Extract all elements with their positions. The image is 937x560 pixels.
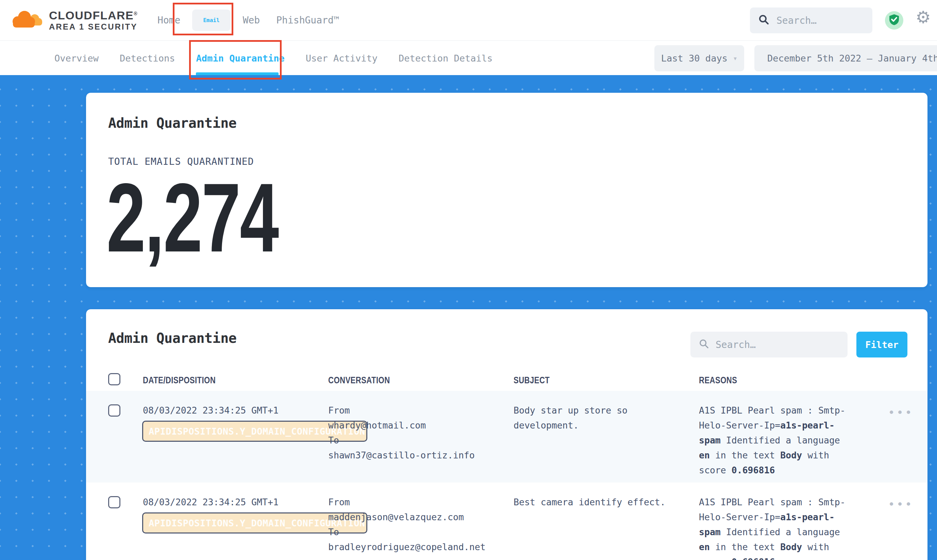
- row-checkbox[interactable]: [108, 496, 120, 508]
- search-icon: [699, 338, 710, 351]
- quarantine-table-card: Admin Quarantine Filter DATE/DISPOSITION…: [86, 309, 928, 560]
- nav-item-email[interactable]: Email: [192, 9, 230, 31]
- shield-check-icon: [889, 14, 900, 27]
- from-address: maddenjason@velazquez.com: [328, 510, 498, 525]
- from-address: whardy@hotmail.com: [328, 418, 498, 433]
- date-cell: 08/03/2022 23:34:25 GMT+1: [143, 495, 279, 510]
- reasons-cell: A1S IPBL Pearl spam : Smtp-Helo-Server-I…: [699, 403, 855, 478]
- global-search-input[interactable]: [776, 15, 864, 26]
- conversation-cell: From maddenjason@velazquez.com To bradle…: [328, 495, 498, 555]
- to-label: To: [328, 433, 498, 448]
- to-label: To: [328, 525, 498, 540]
- app-window: CLOUDFLARE® AREA 1 SECURITY Home Email W…: [0, 0, 937, 560]
- date-range-picker[interactable]: December 5th 2022 — January 4th 2023: [754, 45, 937, 71]
- column-header-subject: SUBJECT: [514, 375, 550, 386]
- search-icon: [758, 14, 770, 27]
- nav-item-web[interactable]: Web: [243, 15, 260, 26]
- table-row: 08/03/2022 23:34:25 GMT+1 APIDISPOSITION…: [86, 391, 928, 483]
- gear-icon[interactable]: ⚙: [915, 8, 931, 27]
- nav-item-phishguard[interactable]: PhishGuard™: [276, 15, 339, 26]
- subject-cell: Best camera identify effect.: [514, 495, 670, 510]
- table-header-row: DATE/DISPOSITION CONVERSATION SUBJECT RE…: [86, 371, 928, 391]
- tab-overview[interactable]: Overview: [54, 53, 99, 63]
- active-tab-indicator: [196, 72, 279, 75]
- to-address: bradleyrodriguez@copeland.net: [328, 540, 498, 555]
- reasons-cell: A1S IPBL Pearl spam : Smtp-Helo-Server-I…: [699, 495, 855, 560]
- filter-button[interactable]: Filter: [857, 332, 908, 357]
- conversation-cell: From whardy@hotmail.com To shawn37@casti…: [328, 403, 498, 463]
- row-checkbox[interactable]: [108, 405, 120, 417]
- table-row: 08/03/2022 23:34:25 GMT+1 APIDISPOSITION…: [86, 483, 928, 560]
- column-header-reasons: REASONS: [699, 375, 737, 386]
- row-actions-menu-icon[interactable]: •••: [888, 497, 914, 511]
- column-header-conversation: CONVERSATION: [328, 375, 390, 386]
- select-all-checkbox[interactable]: [108, 373, 120, 385]
- table-search-input[interactable]: [716, 339, 840, 350]
- column-header-date-disposition: DATE/DISPOSITION: [143, 375, 216, 386]
- tab-detection-details[interactable]: Detection Details: [398, 53, 492, 63]
- tab-admin-quarantine[interactable]: Admin Quarantine: [196, 53, 285, 63]
- brand-subtitle: AREA 1 SECURITY: [49, 22, 138, 31]
- cloudflare-logo[interactable]: CLOUDFLARE® AREA 1 SECURITY: [10, 9, 138, 32]
- row-actions-menu-icon[interactable]: •••: [888, 406, 914, 419]
- from-label: From: [328, 403, 498, 418]
- summary-card-title: Admin Quarantine: [108, 115, 236, 131]
- subject-cell: Body star up store so development.: [514, 403, 670, 433]
- registered-mark: ®: [134, 11, 138, 16]
- tab-detections[interactable]: Detections: [120, 53, 175, 63]
- global-search[interactable]: [750, 8, 872, 33]
- cloudflare-cloud-icon: [10, 9, 43, 32]
- top-navigation: CLOUDFLARE® AREA 1 SECURITY Home Email W…: [0, 0, 937, 41]
- chevron-down-icon: ▾: [733, 54, 737, 63]
- tab-user-activity[interactable]: User Activity: [306, 53, 378, 63]
- primary-nav: Home Email Web PhishGuard™: [157, 9, 352, 31]
- to-address: shawn37@castillo-ortiz.info: [328, 448, 498, 463]
- security-status-badge[interactable]: [885, 11, 903, 29]
- email-section-tabs: Overview Detections Admin Quarantine Use…: [0, 41, 937, 75]
- nav-item-home[interactable]: Home: [157, 15, 180, 26]
- quarantine-summary-card: Admin Quarantine TOTAL EMAILS QUARANTINE…: [86, 93, 928, 287]
- table-card-title: Admin Quarantine: [108, 330, 236, 346]
- table-search[interactable]: [690, 332, 847, 357]
- date-cell: 08/03/2022 23:34:25 GMT+1: [143, 403, 279, 418]
- brand-name: CLOUDFLARE®: [49, 9, 138, 22]
- date-range-preset-button[interactable]: Last 30 days ▾: [655, 45, 744, 71]
- from-label: From: [328, 495, 498, 510]
- total-quarantined-value: 2,274: [107, 178, 278, 257]
